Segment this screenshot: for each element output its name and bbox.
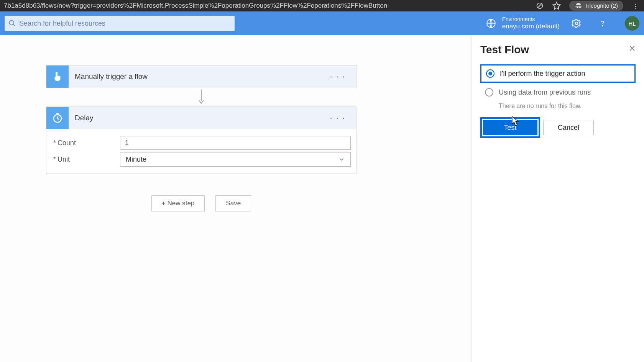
- incognito-label: Incognito (2): [586, 2, 618, 9]
- trigger-card[interactable]: Manually trigger a flow · · ·: [46, 65, 356, 88]
- svg-point-2: [10, 21, 14, 25]
- url-text: 7b1a5d8b63/flows/new?trigger=providers%2…: [4, 2, 527, 10]
- environment-value: enayu.com (default): [502, 23, 560, 30]
- test-button-highlight: Test: [480, 117, 540, 138]
- trigger-more-icon[interactable]: · · ·: [330, 72, 345, 82]
- flow-canvas: Manually trigger a flow · · ·: [0, 35, 472, 362]
- radio-icon: [485, 88, 493, 97]
- search-input[interactable]: [19, 20, 231, 28]
- search-box[interactable]: [5, 16, 235, 31]
- svg-marker-1: [553, 2, 560, 9]
- unit-label: *Unit: [52, 156, 120, 164]
- test-button[interactable]: Test: [483, 120, 537, 135]
- environment-label: Environments: [502, 16, 560, 23]
- environment-picker[interactable]: Environments enayu.com (default): [486, 16, 560, 30]
- count-label: *Count: [52, 139, 120, 147]
- svg-line-3: [13, 25, 15, 26]
- flow-connector-arrow: [46, 88, 356, 106]
- close-panel-icon[interactable]: ✕: [629, 44, 636, 54]
- option-perform-trigger[interactable]: I'll perform the trigger action: [480, 64, 636, 83]
- chevron-down-icon: [338, 156, 345, 163]
- option-previous-runs[interactable]: Using data from previous runs: [480, 84, 636, 100]
- clock-icon: [46, 107, 69, 129]
- no-runs-note: There are no runs for this flow.: [499, 103, 636, 110]
- unit-select[interactable]: Minute: [120, 152, 351, 167]
- globe-icon: [486, 18, 496, 28]
- save-button[interactable]: Save: [215, 195, 251, 211]
- extension-crossed-icon[interactable]: [536, 2, 544, 10]
- settings-gear-icon[interactable]: [571, 18, 582, 29]
- browser-actions: Incognito (2) ⋯: [536, 1, 640, 11]
- incognito-indicator: Incognito (2): [569, 1, 623, 11]
- option-perform-label: I'll perform the trigger action: [500, 70, 585, 78]
- delay-more-icon[interactable]: · · ·: [330, 113, 345, 123]
- star-icon[interactable]: [552, 2, 561, 10]
- browser-menu-icon[interactable]: ⋯: [632, 2, 640, 10]
- search-icon: [8, 20, 16, 27]
- new-step-button[interactable]: + New step: [151, 195, 205, 211]
- app-header: Environments enayu.com (default) HL: [0, 11, 644, 35]
- test-flow-panel: Test Flow ✕ I'll perform the trigger act…: [472, 35, 644, 362]
- manual-trigger-icon: [46, 66, 69, 88]
- help-icon[interactable]: [597, 18, 608, 29]
- option-previous-label: Using data from previous runs: [499, 88, 591, 97]
- delay-title: Delay: [75, 114, 324, 122]
- delay-card[interactable]: Delay · · · *Count *Unit Minute: [46, 106, 356, 174]
- svg-point-6: [602, 25, 603, 26]
- radio-icon: [486, 69, 495, 78]
- cancel-button[interactable]: Cancel: [543, 120, 594, 135]
- unit-selected-value: Minute: [126, 156, 146, 164]
- trigger-title: Manually trigger a flow: [75, 72, 324, 81]
- panel-title: Test Flow: [480, 44, 636, 56]
- count-input[interactable]: [120, 136, 351, 150]
- user-avatar[interactable]: HL: [625, 16, 639, 31]
- browser-address-bar: 7b1a5d8b63/flows/new?trigger=providers%2…: [0, 0, 644, 11]
- svg-point-5: [575, 22, 578, 25]
